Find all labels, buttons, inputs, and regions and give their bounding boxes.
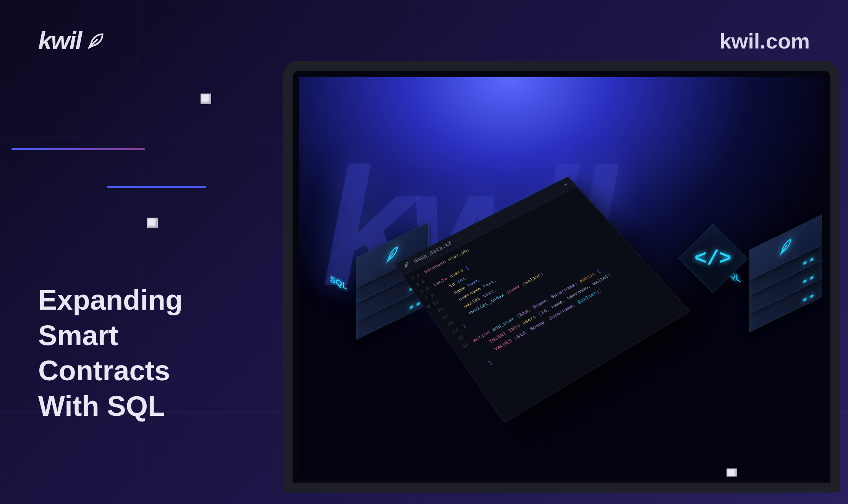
feather-icon	[402, 261, 412, 270]
editor-face: dApp_data.kf × 1 2 3 4 5 6 7 8 9 10 11 1…	[394, 176, 690, 423]
brand-wordmark: kwil	[38, 27, 81, 55]
laptop-illustration: kwil SQL	[283, 61, 840, 493]
editor-body: 1 2 3 4 5 6 7 8 9 10 11 12 13 14 15 16 d…	[403, 187, 690, 422]
brand-logo: kwil	[38, 27, 106, 55]
laptop-screen: kwil SQL	[299, 77, 824, 477]
top-bar: kwil kwil.com	[38, 27, 810, 55]
laptop-bezel: kwil SQL	[283, 61, 840, 493]
code-content: database user_db; table users { id int, …	[422, 189, 690, 411]
code-editor-card: dApp_data.kf × 1 2 3 4 5 6 7 8 9 10 11 1…	[394, 176, 690, 423]
feather-icon	[778, 236, 793, 259]
isometric-scene: SQL SQL	[318, 173, 814, 477]
close-icon: ×	[563, 182, 570, 188]
sql-label: SQL	[330, 274, 357, 302]
headline-line: Smart	[38, 318, 183, 354]
decorative-square	[147, 218, 158, 228]
accent-line	[11, 148, 145, 150]
code-tag-icon: </>	[694, 247, 731, 270]
headline: Expanding Smart Contracts With SQL	[38, 283, 183, 424]
database-stack-right: SQL	[749, 257, 822, 329]
accent-line	[107, 186, 206, 188]
feather-icon	[86, 31, 106, 51]
headline-line: Contracts	[38, 353, 183, 389]
headline-line: Expanding	[38, 283, 183, 318]
decorative-square	[201, 94, 211, 104]
headline-line: With SQL	[38, 389, 183, 424]
site-url: kwil.com	[719, 29, 810, 53]
